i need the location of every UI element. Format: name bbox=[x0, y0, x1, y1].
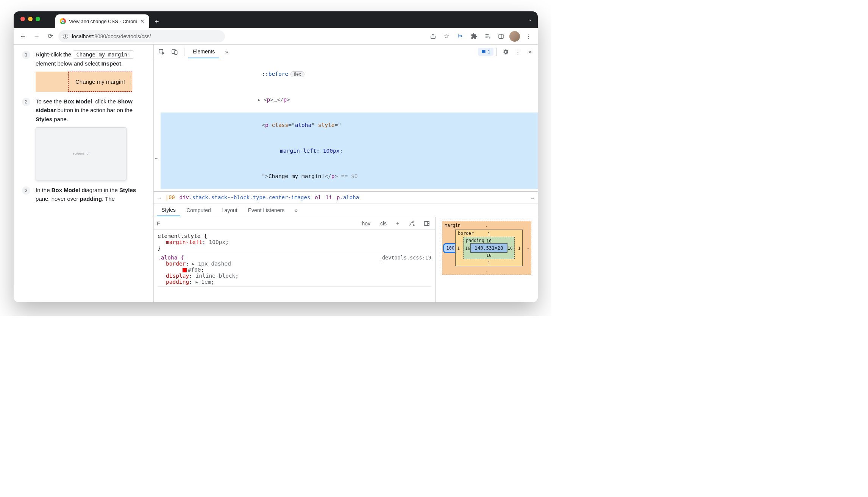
bookmark-icon[interactable]: ☆ bbox=[441, 31, 452, 42]
styles-tabs: Styles Computed Layout Event Listeners » bbox=[154, 203, 538, 217]
maximize-window-icon[interactable] bbox=[36, 17, 40, 21]
color-swatch[interactable] bbox=[183, 268, 187, 272]
rule-aloha: .aloha { _devtools.scss:19 border: ▶ 1px… bbox=[158, 253, 431, 287]
source-link[interactable]: _devtools.scss:19 bbox=[379, 255, 431, 261]
scissors-icon[interactable]: ✂ bbox=[454, 31, 466, 42]
styles-body: F :hov .cls ＋ elemen bbox=[154, 217, 538, 302]
forward-button[interactable]: → bbox=[31, 31, 42, 42]
rule-element-style: element.style { margin-left: 100px; } bbox=[158, 231, 431, 253]
styles-rules[interactable]: element.style { margin-left: 100px; } .a… bbox=[154, 230, 435, 302]
demo-element-label: Change my margin! bbox=[73, 50, 134, 59]
tab-event-listeners[interactable]: Event Listeners bbox=[244, 205, 289, 216]
back-button[interactable]: ← bbox=[17, 31, 29, 42]
side-panel-icon[interactable] bbox=[495, 31, 507, 42]
demo-element[interactable]: Change my margin! bbox=[68, 72, 132, 92]
demo-block: Change my margin! bbox=[36, 72, 132, 92]
tab-close-icon[interactable]: ✕ bbox=[140, 18, 145, 24]
step-1: 1 Right-click the Change my margin! elem… bbox=[22, 50, 145, 92]
step-number: 1 bbox=[22, 51, 30, 59]
crumb-ol[interactable]: ol bbox=[315, 194, 321, 200]
box-border[interactable]: border 1 1 1 1 padding 16 16 16 16 bbox=[455, 230, 522, 266]
tab-overflow-icon[interactable]: ⌄ bbox=[528, 16, 532, 22]
crumb-truncated[interactable]: |00 bbox=[165, 194, 175, 200]
step-2: 2 To see the Box Model, click the Show s… bbox=[22, 97, 145, 180]
new-rule-icon[interactable]: ＋ bbox=[393, 219, 403, 228]
svg-point-8 bbox=[413, 225, 414, 226]
show-sidebar-icon[interactable] bbox=[422, 220, 432, 227]
styles-toolbar: F :hov .cls ＋ bbox=[154, 217, 435, 230]
devtools-panel: Elements » 1 ⋮ ✕ ::beforefl bbox=[154, 45, 538, 302]
svg-rect-3 bbox=[499, 34, 503, 38]
extensions-icon[interactable] bbox=[468, 31, 479, 42]
device-toggle-icon[interactable] bbox=[169, 46, 180, 58]
tab-strip: View and change CSS - Chrom ✕ ＋ ⌄ bbox=[14, 11, 538, 28]
cls-button[interactable]: .cls bbox=[376, 220, 389, 227]
box-padding[interactable]: padding 16 16 16 16 140.531×28 bbox=[463, 237, 514, 259]
settings-icon[interactable] bbox=[500, 46, 511, 58]
crumb-div[interactable]: div.stack.stack--block.type.center-image… bbox=[180, 194, 311, 200]
share-icon[interactable] bbox=[427, 31, 439, 42]
step-3: 3 In the Box Model diagram in the Styles… bbox=[22, 186, 145, 203]
close-devtools-icon[interactable]: ✕ bbox=[524, 46, 535, 58]
breadcrumbs[interactable]: … |00 div.stack.stack--block.type.center… bbox=[154, 191, 538, 203]
tab-layout[interactable]: Layout bbox=[217, 205, 242, 216]
tab-computed[interactable]: Computed bbox=[182, 205, 215, 216]
crumb-leaf[interactable]: p.aloha bbox=[337, 194, 359, 200]
flexbox-editor-icon[interactable] bbox=[406, 219, 418, 228]
inspect-icon[interactable] bbox=[156, 46, 167, 58]
url-text: localhost:8080/docs/devtools/css/ bbox=[72, 33, 151, 39]
expand-arrow-icon[interactable]: ▶ bbox=[258, 97, 260, 103]
site-info-icon[interactable]: i bbox=[63, 34, 68, 39]
kebab-menu-icon[interactable]: ⋮ bbox=[512, 46, 523, 58]
tab-title: View and change CSS - Chrom bbox=[69, 19, 137, 24]
documentation-pane: 1 Right-click the Change my margin! elem… bbox=[14, 45, 154, 302]
pseudo-before[interactable]: ::before bbox=[262, 71, 288, 77]
crumb-li[interactable]: li bbox=[326, 194, 332, 200]
minimize-window-icon[interactable] bbox=[28, 17, 33, 21]
content-area: 1 Right-click the Change my margin! elem… bbox=[14, 45, 538, 302]
reading-list-icon[interactable] bbox=[482, 31, 493, 42]
selected-element-row[interactable]: <p class="aloha" style=" bbox=[161, 113, 538, 138]
close-window-icon[interactable] bbox=[20, 17, 25, 21]
profile-avatar[interactable] bbox=[509, 31, 520, 42]
filter-input[interactable]: F bbox=[157, 220, 167, 227]
reload-button[interactable]: ⟳ bbox=[45, 31, 56, 42]
elements-tree[interactable]: ::beforeflex ▶ <p>…</p> <p class="aloha"… bbox=[154, 59, 538, 191]
window-controls bbox=[20, 17, 40, 21]
toolbar: ← → ⟳ i localhost:8080/docs/devtools/css… bbox=[14, 28, 538, 45]
box-content[interactable]: 140.531×28 bbox=[470, 243, 507, 253]
browser-window: View and change CSS - Chrom ✕ ＋ ⌄ ← → ⟳ … bbox=[14, 11, 538, 302]
svg-rect-7 bbox=[175, 51, 177, 55]
overflow-icon[interactable]: ⋯ bbox=[155, 154, 159, 163]
address-bar[interactable]: i localhost:8080/docs/devtools/css/ bbox=[58, 30, 225, 42]
step-number: 3 bbox=[22, 186, 30, 195]
box-margin[interactable]: margin - - - 100 border 1 1 1 1 paddin bbox=[442, 221, 531, 275]
new-tab-button[interactable]: ＋ bbox=[151, 16, 162, 27]
menu-icon[interactable]: ⋮ bbox=[523, 31, 534, 42]
flex-badge[interactable]: flex bbox=[290, 71, 304, 77]
box-model-diagram[interactable]: margin - - - 100 border 1 1 1 1 paddin bbox=[436, 217, 538, 302]
chrome-logo-icon bbox=[60, 18, 66, 24]
devtools-tabs: Elements » 1 ⋮ ✕ bbox=[154, 45, 538, 59]
hov-button[interactable]: :hov bbox=[358, 220, 373, 227]
screenshot-thumbnail: screenshot bbox=[36, 127, 126, 180]
more-tabs-icon[interactable]: » bbox=[290, 205, 302, 216]
browser-tab[interactable]: View and change CSS - Chrom ✕ bbox=[55, 14, 149, 28]
tab-styles[interactable]: Styles bbox=[157, 204, 180, 216]
step-number: 2 bbox=[22, 98, 30, 106]
more-tabs-icon[interactable]: » bbox=[221, 46, 232, 58]
console-messages-badge[interactable]: 1 bbox=[478, 48, 493, 56]
tab-elements[interactable]: Elements bbox=[188, 45, 219, 58]
